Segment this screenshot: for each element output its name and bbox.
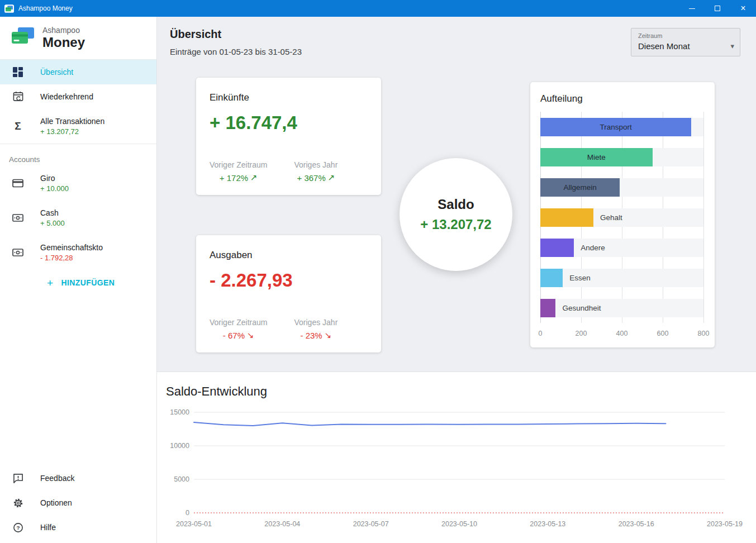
bar-track: Allgemein: [540, 178, 703, 197]
bar-track: Transport: [540, 118, 703, 136]
aufteilung-title: Aufteilung: [540, 93, 703, 104]
bar-row-transport: Transport: [540, 112, 703, 142]
window-title: Ashampoo Money: [18, 4, 73, 12]
period-dropdown[interactable]: Zeitraum Diesen Monat ▾: [631, 28, 740, 56]
bar-track: Essen: [540, 269, 703, 287]
x-tick-label: 0: [539, 330, 543, 337]
sidebar-item-hilfe[interactable]: ? Hilfe: [0, 515, 156, 540]
sidebar-item-uebersicht[interactable]: Übersicht: [0, 60, 156, 84]
bar-transport[interactable]: Transport: [540, 118, 691, 136]
add-account-button[interactable]: + HINZUFÜGEN: [0, 270, 156, 296]
income-card-title: Einkünfte: [210, 92, 368, 103]
titlebar: Ashampoo Money ×: [0, 0, 756, 17]
expenses-amount: - 2.267,93: [210, 270, 368, 291]
x-tick-label: 200: [576, 330, 587, 337]
brand: Ashampoo Money: [0, 17, 156, 59]
bar-label: Essen: [569, 274, 591, 282]
saldo-badge: Saldo + 13.207,72: [400, 158, 512, 271]
x-tick-label: 2023-05-04: [264, 520, 300, 528]
y-tick-label: 5000: [174, 475, 189, 483]
bar-label: Miete: [587, 153, 606, 161]
bar-label: Gehalt: [600, 213, 622, 222]
bar-row-gehalt: Gehalt: [540, 202, 703, 232]
prev-year-value: - 23%: [301, 331, 322, 340]
brand-name-top: Ashampoo: [42, 26, 85, 35]
accounts-list: Giro + 10.000 Cash: [0, 166, 156, 270]
brand-name-bottom: Money: [42, 35, 85, 50]
plus-icon: +: [47, 278, 54, 288]
dashboard-icon: [11, 67, 25, 77]
minimize-button[interactable]: [679, 0, 705, 17]
maximize-button[interactable]: [705, 0, 730, 17]
bar-gehalt[interactable]: [540, 208, 593, 227]
sidebar-footer: Feedback Optionen: [0, 466, 156, 543]
gear-icon: [11, 498, 25, 508]
bar-andere[interactable]: [540, 239, 574, 257]
sidebar-item-feedback[interactable]: Feedback: [0, 466, 156, 490]
accounts-section-header: Accounts: [0, 144, 156, 166]
svg-text:?: ?: [16, 525, 20, 531]
prev-period-label: Voriger Zeitraum: [210, 160, 267, 169]
saldo-line: [194, 422, 665, 426]
y-tick-label: 15000: [170, 408, 189, 416]
income-card: Einkünfte + 16.747,4 Voriger Zeitraum + …: [196, 78, 381, 195]
x-tick-label: 2023-05-19: [707, 520, 743, 528]
sidebar-item-label: Hilfe: [40, 523, 56, 532]
bar-label: Allgemein: [564, 183, 597, 192]
account-name: Gemeinschaftskto: [40, 243, 103, 252]
transactions-total: + 13.207,72: [40, 127, 104, 136]
account-balance: - 1.792,28: [40, 254, 103, 262]
account-item-cash[interactable]: Cash + 5.000: [0, 201, 156, 235]
saldo-line-chart: 0500010000150002023-05-012023-05-042023-…: [166, 404, 750, 533]
sidebar-item-wiederkehrend[interactable]: Wiederkehrend: [0, 84, 156, 109]
y-tick-label: 0: [186, 509, 189, 517]
expenses-card: Ausgaben - 2.267,93 Voriger Zeitraum - 6…: [196, 235, 381, 353]
sidebar: Ashampoo Money Übersicht: [0, 17, 157, 543]
bar-track: Miete: [540, 148, 703, 166]
app-body: Ashampoo Money Übersicht: [0, 17, 756, 543]
chevron-down-icon: ▾: [730, 42, 734, 50]
account-name: Giro: [40, 174, 69, 183]
account-item-giro[interactable]: Giro + 10.000: [0, 166, 156, 201]
sidebar-item-optionen[interactable]: Optionen: [0, 490, 156, 515]
bar-label: Transport: [600, 123, 631, 131]
sidebar-item-label: Wiederkehrend: [40, 92, 93, 101]
x-tick-label: 600: [657, 330, 669, 337]
period-dropdown-value: Diesen Monat: [638, 41, 690, 51]
maximize-icon: [715, 6, 720, 11]
window-controls: ×: [679, 0, 756, 17]
x-tick-label: 2023-05-13: [530, 520, 565, 528]
x-tick-label: 800: [698, 330, 710, 337]
bar-gesundheit[interactable]: [540, 299, 555, 317]
feedback-icon: [11, 473, 25, 484]
saldo-title: Saldo: [438, 197, 474, 212]
saldo-entwicklung-section: Saldo-Entwicklung 0500010000150002023-05…: [157, 371, 756, 543]
aufteilung-card: Aufteilung TransportMieteAllgemeinGehalt…: [530, 82, 715, 347]
add-account-label: HINZUFÜGEN: [61, 278, 115, 287]
app-window: Ashampoo Money × Ashampoo: [0, 0, 756, 543]
aufteilung-xticks: 0200400600800: [540, 330, 703, 341]
bar-allgemein[interactable]: Allgemein: [540, 178, 620, 197]
income-amount: + 16.747,4: [210, 112, 368, 134]
sidebar-nav: Übersicht Wiederkehrend: [0, 60, 156, 144]
prev-period-value: - 67%: [223, 331, 245, 340]
bar-track: Gehalt: [540, 208, 703, 227]
bar-row-gesundheit: Gesundheit: [540, 293, 703, 323]
bar-row-andere: Andere: [540, 232, 703, 263]
sidebar-item-alle-transaktionen[interactable]: Σ Alle Transaktionen + 13.207,72: [0, 109, 156, 144]
main-content: Übersicht Einträge von 01-05-23 bis 31-0…: [157, 17, 756, 543]
aufteilung-plot: TransportMieteAllgemeinGehaltAndereEssen…: [540, 112, 703, 323]
cash-icon: [11, 248, 25, 257]
close-button[interactable]: ×: [730, 0, 756, 17]
bar-essen[interactable]: [540, 269, 563, 287]
bar-row-miete: Miete: [540, 142, 703, 172]
bar-label: Gesundheit: [562, 304, 601, 312]
x-tick-label: 2023-05-10: [441, 520, 477, 528]
brand-logo-icon: [11, 27, 35, 49]
close-icon: ×: [740, 4, 745, 13]
account-item-gemeinschaftskto[interactable]: Gemeinschaftskto - 1.792,28: [0, 235, 156, 270]
bar-miete[interactable]: Miete: [540, 148, 653, 166]
account-name: Cash: [40, 208, 65, 217]
sidebar-item-label: Feedback: [40, 474, 74, 483]
credit-card-icon: [11, 179, 25, 188]
